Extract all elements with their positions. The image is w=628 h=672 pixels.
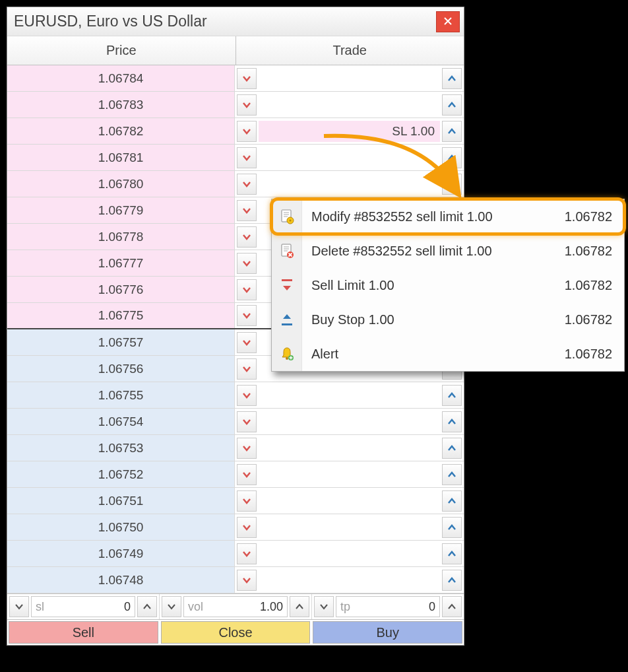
price-row[interactable]: 1.06751 [7,488,464,514]
context-menu-label: Sell Limit 1.00 [302,278,394,293]
row-sell-button[interactable] [237,121,257,142]
document-delete-icon [272,234,302,268]
row-buy-button[interactable] [442,490,462,512]
price-row[interactable]: 1.06753 [7,435,464,461]
chevron-down-icon [242,444,251,453]
row-buy-button[interactable] [442,385,462,406]
price-row[interactable]: 1.06752 [7,461,464,488]
grid-header: Price Trade [7,36,464,65]
tp-label: tp [340,600,350,614]
price-row[interactable]: 1.06780 [7,171,464,197]
vol-label: vol [188,600,203,614]
row-sell-button[interactable] [237,490,257,512]
sl-input[interactable]: sl 0 [31,596,135,617]
trade-cell [235,65,464,91]
vol-decrement[interactable] [162,596,181,617]
context-menu-price: 1.06782 [565,347,624,362]
row-sell-button[interactable] [237,411,257,432]
chevron-up-icon [447,602,456,611]
row-buy-button[interactable] [442,121,462,142]
row-buy-button[interactable] [442,464,462,485]
sell-button[interactable]: Sell [9,621,158,644]
row-sell-button[interactable] [237,358,257,380]
chevron-up-icon [447,496,456,506]
price-row[interactable]: 1.06754 [7,409,464,435]
row-sell-button[interactable] [237,543,257,564]
price-cell: 1.06748 [7,567,235,593]
row-sell-button[interactable] [237,174,257,195]
price-cell: 1.06751 [7,488,235,514]
close-button[interactable] [436,11,460,32]
row-buy-button[interactable] [442,411,462,432]
vol-increment[interactable] [290,596,309,617]
row-sell-button[interactable] [237,385,257,406]
chevron-down-icon [242,417,251,426]
price-row[interactable]: 1.06755 [7,382,464,409]
chevron-up-icon [447,180,456,189]
price-cell: 1.06753 [7,435,235,461]
row-buy-button[interactable] [442,517,462,538]
context-menu-item[interactable]: Sell Limit 1.001.06782 [272,268,624,302]
context-menu-price: 1.06782 [565,278,624,293]
row-sell-button[interactable] [237,200,257,221]
price-cell: 1.06749 [7,541,235,566]
price-row[interactable]: 1.06782SL 1.00 [7,118,464,145]
row-buy-button[interactable] [442,438,462,459]
trade-label [259,174,440,195]
row-buy-button[interactable] [442,543,462,564]
context-menu-item[interactable]: Buy Stop 1.001.06782 [272,302,624,337]
row-sell-button[interactable] [237,253,257,274]
chevron-down-icon [242,180,251,189]
trade-label [259,94,440,116]
price-row[interactable]: 1.06748 [7,567,464,593]
tp-decrement[interactable] [314,596,334,617]
chevron-down-icon [319,602,329,611]
row-buy-button[interactable] [442,68,462,89]
trade-label [259,385,440,406]
row-buy-button[interactable] [442,94,462,116]
trade-cell [235,409,464,434]
context-menu-item[interactable]: Modify #8532552 sell limit 1.001.06782 [272,199,624,234]
price-cell: 1.06755 [7,382,235,408]
sl-increment[interactable] [137,596,157,617]
context-menu: Modify #8532552 sell limit 1.001.06782De… [271,199,625,372]
price-row[interactable]: 1.06781 [7,145,464,171]
row-buy-button[interactable] [442,147,462,168]
context-menu-price: 1.06782 [565,244,624,259]
row-buy-button[interactable] [442,570,462,591]
row-sell-button[interactable] [237,279,257,300]
price-row[interactable]: 1.06784 [7,65,464,92]
trade-label [259,411,440,432]
row-sell-button[interactable] [237,570,257,591]
row-sell-button[interactable] [237,147,257,168]
price-row[interactable]: 1.06749 [7,541,464,567]
price-cell: 1.06754 [7,409,235,434]
row-sell-button[interactable] [237,68,257,89]
row-sell-button[interactable] [237,305,257,326]
chevron-up-icon [295,602,304,611]
price-row[interactable]: 1.06750 [7,514,464,541]
buy-button[interactable]: Buy [313,621,462,644]
price-cell: 1.06782 [7,118,235,144]
tp-input[interactable]: tp 0 [336,596,440,617]
context-menu-item[interactable]: Alert1.06782 [272,337,624,371]
context-menu-item[interactable]: Delete #8532552 sell limit 1.001.06782 [272,234,624,268]
chevron-up-icon [447,127,456,136]
document-gear-icon [272,199,302,234]
row-sell-button[interactable] [237,438,257,459]
row-sell-button[interactable] [237,94,257,116]
price-row[interactable]: 1.06783 [7,92,464,118]
row-sell-button[interactable] [237,517,257,538]
close-position-button[interactable]: Close [161,621,311,644]
row-sell-button[interactable] [237,464,257,485]
vol-input[interactable]: vol 1.00 [183,596,288,617]
row-buy-button[interactable] [442,174,462,195]
trade-cell [235,145,464,170]
sl-value: 0 [124,600,131,614]
sl-decrement[interactable] [9,596,29,617]
trade-cell [235,382,464,408]
chevron-up-icon [447,100,456,110]
row-sell-button[interactable] [237,332,257,353]
row-sell-button[interactable] [237,226,257,248]
tp-increment[interactable] [442,596,462,617]
